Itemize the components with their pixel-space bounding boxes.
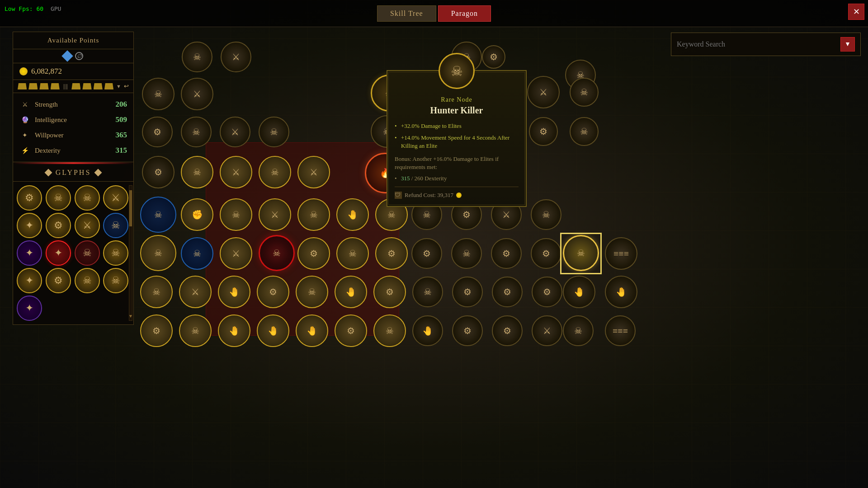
node-r7-3[interactable]: 🤚 <box>218 314 250 347</box>
scroll-down-arrow[interactable]: ▼ <box>129 311 132 320</box>
tab-paragon[interactable]: Paragon <box>438 5 491 22</box>
glyph-15[interactable]: ☠ <box>75 268 100 293</box>
node-r1-right-4[interactable]: ☠ <box>570 78 599 107</box>
node-far-right-5[interactable]: ≡≡≡ <box>605 315 636 346</box>
node-r5-right-4[interactable]: ⚙ <box>531 238 561 269</box>
glyphs-container: ⚙ ☠ ☠ ⚔ ✦ ⚙ ⚔ ☠ ✦ ✦ ☠ ☠ ✦ ⚙ ☠ ☠ ✦ ▼ <box>13 182 133 324</box>
node-r4-5[interactable]: ☠ <box>297 198 330 231</box>
node-r6-6[interactable]: 🤚 <box>335 276 367 308</box>
node-far-right-2[interactable]: 🤚 <box>563 276 595 308</box>
node-r6-1[interactable]: ☠ <box>140 276 173 308</box>
node-r6-7[interactable]: ⚙ <box>373 276 406 308</box>
glyph-5[interactable]: ✦ <box>17 213 42 238</box>
node-r1-2[interactable]: ⚔ <box>181 78 213 110</box>
node-far-right-1[interactable]: ≡≡≡ <box>605 237 637 270</box>
node-r4-3[interactable]: ☠ <box>220 198 252 231</box>
node-top-2[interactable]: ⚔ <box>221 42 251 72</box>
node-far-right-3[interactable]: 🤚 <box>605 276 637 308</box>
node-r4-4[interactable]: ⚔ <box>259 198 291 231</box>
node-r7-5[interactable]: 🤚 <box>296 314 328 347</box>
tooltip-bullet-1: +32.0% Damage to Elites <box>395 122 519 130</box>
gold-icon <box>19 67 28 75</box>
node-r4-right-4[interactable]: ☠ <box>531 199 561 230</box>
node-r6-2[interactable]: ⚔ <box>179 276 212 308</box>
node-r2-right-3[interactable]: ⚙ <box>529 117 558 146</box>
node-r6-right-1[interactable]: ☠ <box>412 277 443 307</box>
search-dropdown-button[interactable]: ▼ <box>840 37 855 52</box>
node-r3-1[interactable]: ⚙ <box>142 156 175 188</box>
node-r6-right-4[interactable]: ⚙ <box>532 277 562 307</box>
glyph-3[interactable]: ☠ <box>75 185 100 211</box>
glyph-1[interactable]: ⚙ <box>17 185 42 211</box>
keyword-search-input[interactable] <box>677 40 837 48</box>
node-r6-3[interactable]: 🤚 <box>218 276 250 308</box>
glyph-8[interactable]: ☠ <box>103 213 128 238</box>
node-r5-right-1[interactable]: ⚙ <box>411 238 442 269</box>
glyph-6[interactable]: ⚙ <box>46 213 71 238</box>
node-r6-5[interactable]: ☠ <box>296 276 328 308</box>
refund-icon: 🛡 <box>395 192 402 199</box>
bar-separator: |||| <box>63 83 68 90</box>
node-r5-right-2[interactable]: ☠ <box>451 238 482 269</box>
glyph-7[interactable]: ⚔ <box>75 213 100 238</box>
node-r7-right-2[interactable]: ⚙ <box>452 315 483 346</box>
node-r3-2[interactable]: ☠ <box>181 156 213 188</box>
bar-5 <box>71 83 80 89</box>
glyphs-header: GLYPHS <box>13 164 133 182</box>
node-r3-5[interactable]: ⚔ <box>297 156 330 188</box>
node-r7-2[interactable]: ☠ <box>179 314 212 347</box>
glyph-17[interactable]: ✦ <box>17 296 42 321</box>
node-r4-blue[interactable]: ☠ <box>140 197 176 233</box>
node-far-right-4[interactable]: ☠ <box>563 315 594 346</box>
node-r5-7[interactable]: ⚙ <box>375 237 408 270</box>
node-r7-6[interactable]: ⚙ <box>335 314 367 347</box>
node-r5-blue[interactable]: ☠ <box>181 237 213 270</box>
node-r2-2[interactable]: ☠ <box>181 117 212 147</box>
node-r7-right-3[interactable]: ⚙ <box>492 315 523 346</box>
node-r5-6[interactable]: ☠ <box>336 237 369 270</box>
node-r5-5[interactable]: ⚙ <box>297 237 330 270</box>
node-r3-3[interactable]: ⚔ <box>220 156 252 188</box>
tab-container: Skill Tree Paragon <box>377 5 491 22</box>
node-r1-1[interactable]: ☠ <box>142 78 175 110</box>
glyphs-scrollbar[interactable]: ▼ <box>129 185 132 321</box>
node-r2-right-4[interactable]: ☠ <box>570 117 599 146</box>
node-top-right-small[interactable]: ⚙ <box>482 45 505 69</box>
node-r7-1[interactable]: ⚙ <box>140 314 173 347</box>
node-top-1[interactable]: ☠ <box>182 42 212 72</box>
glyph-14[interactable]: ⚙ <box>46 268 71 293</box>
node-r7-4[interactable]: 🤚 <box>257 314 289 347</box>
node-r7-right-4[interactable]: ⚔ <box>532 315 562 346</box>
node-r5-3[interactable]: ⚔ <box>220 237 252 270</box>
available-points-title: Available Points <box>13 32 133 49</box>
glyph-12[interactable]: ☠ <box>103 240 128 266</box>
node-r2-1[interactable]: ⚙ <box>142 117 173 147</box>
node-r6-right-3[interactable]: ⚙ <box>492 277 523 307</box>
tab-skill-tree[interactable]: Skill Tree <box>377 5 436 22</box>
node-r5-rune[interactable]: ☠ <box>259 235 295 271</box>
keyword-search-bar: ▼ <box>671 33 861 56</box>
glyph-16[interactable]: ☠ <box>103 268 128 293</box>
glyph-13[interactable]: ✦ <box>17 268 42 293</box>
glyph-9[interactable]: ✦ <box>17 240 42 266</box>
node-r7-7[interactable]: ☠ <box>373 314 406 347</box>
node-r3-4[interactable]: ☠ <box>259 156 291 188</box>
node-r2-4[interactable]: ☠ <box>259 117 289 147</box>
glyph-4[interactable]: ⚔ <box>103 185 128 211</box>
node-r1-right-3[interactable]: ⚔ <box>527 76 560 108</box>
stats-section: ⚔ Strength 206 🔮 Intelligence 509 ✦ Will… <box>13 93 133 162</box>
node-highlighted-main[interactable]: ☠ <box>563 235 599 271</box>
node-r5-1[interactable]: ☠ <box>140 235 176 271</box>
node-r4-2[interactable]: ✊ <box>181 198 213 231</box>
node-r6-4[interactable]: ⚙ <box>257 276 289 308</box>
node-r5-right-3[interactable]: ⚙ <box>491 238 522 269</box>
node-r6-right-2[interactable]: ⚙ <box>452 277 483 307</box>
node-r2-3[interactable]: ⚔ <box>220 117 250 147</box>
close-button[interactable]: ✕ <box>848 4 864 20</box>
glyph-10[interactable]: ✦ <box>46 240 71 266</box>
bar-1 <box>18 83 27 89</box>
glyph-2[interactable]: ☠ <box>46 185 71 211</box>
node-r7-right-1[interactable]: 🤚 <box>412 315 443 346</box>
node-r4-6[interactable]: 🤚 <box>336 198 369 231</box>
glyph-11[interactable]: ☠ <box>75 240 100 266</box>
